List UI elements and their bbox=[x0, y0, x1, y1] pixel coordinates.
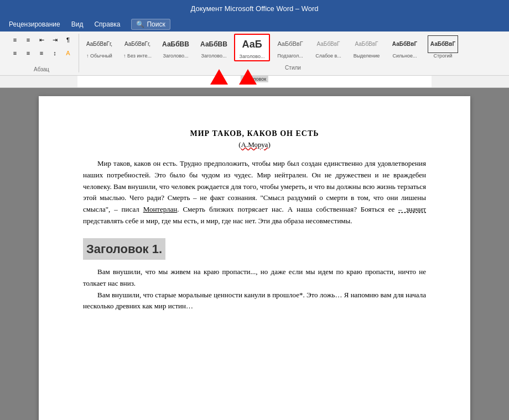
menu-view[interactable]: Вид bbox=[67, 18, 88, 30]
style-heading3[interactable]: АаБ Заголово... bbox=[234, 34, 270, 61]
indent-decrease-btn[interactable]: ⇤ bbox=[35, 34, 48, 46]
align-center-btn[interactable]: ≡ bbox=[22, 47, 34, 59]
style-strict[interactable]: АаБбВвГ Строгий bbox=[425, 34, 461, 60]
style-weak-preview: АаБбВвГ bbox=[313, 35, 344, 53]
ruler: Заголовок bbox=[0, 76, 509, 88]
tool-row-1: ≡ ≡ ⇤ ⇥ ¶ bbox=[9, 34, 74, 46]
dash-underline-word: – значит bbox=[398, 205, 426, 213]
title-bar-text: Документ Microsoft Office Word – Word bbox=[190, 4, 318, 13]
style-strong-preview: АаБбВвГ bbox=[389, 35, 420, 53]
heading-1-text: Заголовок 1. bbox=[83, 238, 165, 260]
align-left-btn[interactable]: ≡ bbox=[9, 47, 21, 59]
shading-btn[interactable]: A bbox=[62, 47, 74, 59]
menu-bar: Рецензирование Вид Справка 🔍 Поиск bbox=[0, 17, 509, 32]
style-highlight-label: Выделение bbox=[354, 53, 380, 59]
document-title: МИР ТАКОВ, КАКОВ ОН ЕСТЬ bbox=[83, 129, 426, 138]
style-strong-label: Сильное... bbox=[393, 53, 417, 59]
document-subtitle: (А.Моруа) bbox=[83, 140, 426, 149]
style-weak-label: Слабое в... bbox=[315, 53, 341, 59]
menu-help[interactable]: Справка bbox=[90, 18, 124, 30]
search-box[interactable]: 🔍 Поиск bbox=[131, 19, 170, 30]
paragraph-marks-btn[interactable]: ¶ bbox=[62, 34, 74, 46]
align-right-btn[interactable]: ≡ bbox=[35, 47, 48, 59]
paragraph-3: Вам внушили, что старые моральные ценнос… bbox=[83, 290, 426, 313]
style-heading3-label: Заголово... bbox=[240, 54, 265, 59]
styles-label: Стили bbox=[81, 62, 505, 71]
search-label: Поиск bbox=[147, 20, 165, 28]
style-no-interval[interactable]: АаБбВвГг, ↑ Без инте... bbox=[120, 34, 155, 60]
style-subheading-label: Подзагол... bbox=[277, 53, 303, 59]
style-highlight[interactable]: АаБбВвГ Выделение bbox=[349, 34, 385, 60]
style-strong[interactable]: АаБбВвГ Сильное... bbox=[387, 34, 423, 60]
document-area[interactable]: МИР ТАКОВ, КАКОВ ОН ЕСТЬ (А.Моруа) Мир т… bbox=[0, 88, 509, 420]
paragraph-1: Мир таков, каков он есть. Трудно предпол… bbox=[83, 158, 426, 227]
style-heading2[interactable]: АаБбВВ Заголово... bbox=[196, 34, 232, 60]
page: МИР ТАКОВ, КАКОВ ОН ЕСТЬ (А.Моруа) Мир т… bbox=[39, 96, 470, 420]
style-heading2-preview: АаБбВВ bbox=[199, 35, 229, 53]
style-normal[interactable]: АаБбВвГг, ↑ Обычный bbox=[81, 34, 117, 60]
style-heading1[interactable]: АаБбВВ Заголово... bbox=[158, 34, 194, 60]
styles-section: АаБбВвГг, ↑ Обычный АаБбВвГг, ↑ Без инте… bbox=[81, 34, 505, 71]
style-strict-preview: АаБбВвГ bbox=[428, 35, 458, 53]
style-no-interval-preview: АаБбВвГг, bbox=[122, 35, 153, 53]
style-highlight-preview: АаБбВвГ bbox=[351, 35, 382, 53]
line-spacing-btn[interactable]: ↕ bbox=[49, 47, 61, 59]
menu-review[interactable]: Рецензирование bbox=[4, 18, 65, 30]
paragraph-label: Абзац bbox=[34, 64, 49, 72]
numbering-btn[interactable]: ≡ bbox=[22, 34, 34, 46]
heading-1-block: Заголовок 1. bbox=[83, 233, 426, 263]
indent-increase-btn[interactable]: ⇥ bbox=[49, 34, 61, 46]
ruler-inner: Заголовок bbox=[77, 76, 432, 87]
style-normal-label: ↑ Обычный bbox=[86, 53, 112, 59]
style-heading1-label: Заголово... bbox=[163, 53, 189, 59]
styles-list: АаБбВвГг, ↑ Обычный АаБбВвГг, ↑ Без инте… bbox=[81, 34, 505, 61]
paragraph-2: Вам внушили, что мы живем на краю пропас… bbox=[83, 266, 426, 290]
author-name: А.Моруа bbox=[241, 140, 268, 149]
paragraph-tools: ≡ ≡ ⇤ ⇥ ¶ ≡ ≡ ≡ ↕ A bbox=[9, 34, 74, 59]
style-subheading-preview: АаБбВвГ bbox=[275, 35, 305, 53]
style-normal-preview: АаБбВвГг, bbox=[84, 35, 115, 53]
style-heading1-preview: АаБбВВ bbox=[160, 35, 191, 53]
style-no-interval-label: ↑ Без инте... bbox=[123, 53, 152, 59]
ribbon: ≡ ≡ ⇤ ⇥ ¶ ≡ ≡ ≡ ↕ A Абзац АаБбВвГг, ↑ Об… bbox=[0, 32, 509, 76]
style-strict-label: Строгий bbox=[434, 53, 453, 59]
style-subheading[interactable]: АаБбВвГ Подзагол... bbox=[272, 34, 308, 60]
montherlan-ref: Монтерлан bbox=[143, 205, 178, 213]
style-heading2-label: Заголово... bbox=[201, 53, 227, 59]
tool-row-2: ≡ ≡ ≡ ↕ A bbox=[9, 47, 74, 59]
title-bar: Документ Microsoft Office Word – Word bbox=[0, 0, 509, 17]
bullets-btn[interactable]: ≡ bbox=[9, 34, 21, 46]
style-heading3-preview: АаБ bbox=[237, 36, 267, 54]
ruler-label: Заголовок bbox=[241, 76, 268, 82]
paragraph-group: ≡ ≡ ⇤ ⇥ ¶ ≡ ≡ ≡ ↕ A Абзац bbox=[4, 34, 79, 72]
search-icon: 🔍 bbox=[136, 20, 144, 28]
style-weak[interactable]: АаБбВвГ Слабое в... bbox=[310, 34, 346, 60]
document-body: Мир таков, каков он есть. Трудно предпол… bbox=[83, 158, 426, 312]
